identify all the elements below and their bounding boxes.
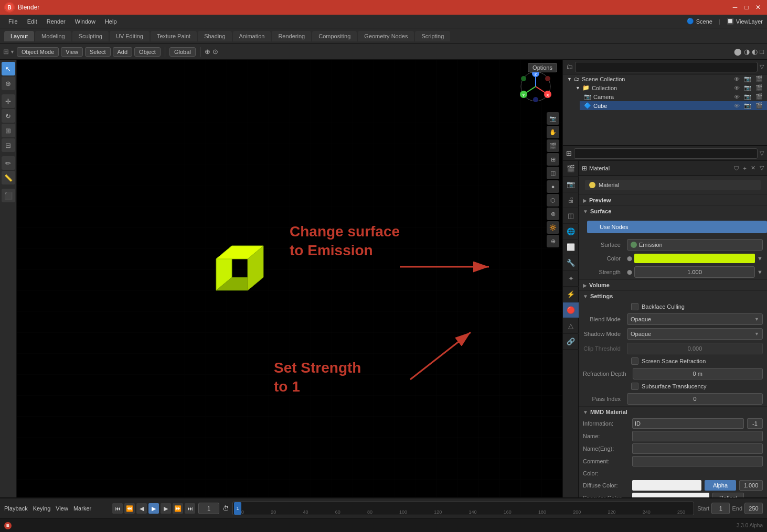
object-button[interactable]: Object bbox=[134, 47, 161, 57]
mmd-nameeng-field[interactable] bbox=[632, 443, 763, 454]
menu-edit[interactable]: Edit bbox=[23, 17, 41, 26]
add-cube-tool[interactable]: ⬛ bbox=[2, 189, 15, 202]
mat-new-icon[interactable]: + bbox=[743, 165, 747, 171]
render-hide-icon4[interactable]: 🎬 bbox=[755, 102, 763, 109]
strength-expand-icon[interactable]: ▼ bbox=[757, 269, 763, 275]
camera-hide-icon2[interactable]: 📷 bbox=[744, 84, 751, 91]
mmd-specular-color[interactable] bbox=[632, 493, 709, 497]
close-button[interactable]: ✕ bbox=[753, 3, 763, 12]
color-bar[interactable] bbox=[634, 254, 755, 263]
next-keyframe-button[interactable]: ⏩ bbox=[173, 503, 183, 514]
tab-scripting[interactable]: Scripting bbox=[415, 31, 450, 41]
mmd-section-header[interactable]: ▼ MMD Material bbox=[579, 406, 767, 417]
shadow-mode-dropdown[interactable]: Opaque ▼ bbox=[627, 328, 763, 340]
eye-icon2[interactable]: 👁 bbox=[734, 85, 740, 91]
maximize-button[interactable]: □ bbox=[742, 3, 751, 12]
render-tool[interactable]: 🎬 bbox=[547, 139, 559, 152]
eye-icon[interactable]: 👁 bbox=[734, 76, 740, 82]
overlay-tool[interactable]: ◫ bbox=[547, 167, 559, 179]
minimize-button[interactable]: ─ bbox=[730, 3, 740, 12]
scene-world-btn[interactable]: 🌐 bbox=[563, 224, 579, 240]
add-button[interactable]: Add bbox=[113, 47, 133, 57]
marker-label[interactable]: Marker bbox=[73, 505, 91, 512]
prop-filter-icon[interactable]: ▽ bbox=[760, 150, 764, 157]
output-prop-btn[interactable]: 🖨 bbox=[563, 192, 579, 208]
select-button[interactable]: Select bbox=[85, 47, 111, 57]
tab-animation[interactable]: Animation bbox=[233, 31, 271, 41]
menu-file[interactable]: File bbox=[4, 17, 22, 26]
obj-prop-btn[interactable]: ⬜ bbox=[563, 240, 579, 255]
xray-tool[interactable]: ⬡ bbox=[547, 194, 559, 207]
rotate-tool[interactable]: ↻ bbox=[2, 109, 15, 123]
extra-tool[interactable]: ⊕ bbox=[547, 235, 559, 247]
render-hide-icon[interactable]: 🎬 bbox=[755, 75, 763, 82]
tab-sculpting[interactable]: Sculpting bbox=[72, 31, 109, 41]
screen-refraction-checkbox[interactable] bbox=[631, 357, 638, 365]
camera-hide-icon[interactable]: 📷 bbox=[744, 75, 751, 82]
shading-wireframe-icon[interactable]: □ bbox=[760, 48, 764, 56]
global-dropdown[interactable]: Global bbox=[169, 47, 196, 57]
camera-hide-icon4[interactable]: 📷 bbox=[744, 102, 751, 109]
pass-index-field[interactable]: 0 bbox=[627, 393, 763, 405]
tab-texture-paint[interactable]: Texture Paint bbox=[151, 31, 197, 41]
settings-section-header[interactable]: ▼ Settings bbox=[579, 290, 767, 301]
view-button[interactable]: View bbox=[61, 47, 83, 57]
tab-modeling[interactable]: Modeling bbox=[35, 31, 71, 41]
prev-keyframe-button[interactable]: ⏪ bbox=[124, 503, 135, 514]
viewport-gizmo[interactable]: Z X Y bbox=[517, 68, 554, 105]
mmd-diffuse-color[interactable] bbox=[632, 480, 701, 491]
physics-prop-btn[interactable]: ⚡ bbox=[563, 287, 579, 302]
tab-shading[interactable]: Shading bbox=[198, 31, 231, 41]
timeline-view-label[interactable]: View bbox=[56, 505, 68, 512]
tab-uv-editing[interactable]: UV Editing bbox=[110, 31, 150, 41]
modifier-prop-btn[interactable]: 🔧 bbox=[563, 255, 579, 271]
timeline-scrubber[interactable]: 1 0 20 40 60 80 100 120 140 160 180 200 … bbox=[232, 502, 694, 515]
shading-material-icon[interactable]: ◑ bbox=[744, 48, 750, 56]
tab-layout[interactable]: Layout bbox=[4, 31, 34, 41]
current-frame-display[interactable]: 1 bbox=[198, 503, 219, 514]
mat-delete-icon[interactable]: ✕ bbox=[751, 165, 755, 171]
color-expand-icon[interactable]: ▼ bbox=[757, 255, 763, 262]
view-layer-prop-btn[interactable]: ◫ bbox=[563, 208, 579, 224]
mmd-comment-field[interactable] bbox=[632, 456, 763, 466]
options-button[interactable]: Options bbox=[528, 63, 557, 72]
blend-mode-dropdown[interactable]: Opaque ▼ bbox=[627, 313, 763, 325]
mat-shield-icon[interactable]: 🛡 bbox=[733, 165, 739, 171]
viewport[interactable]: Options bbox=[17, 60, 562, 497]
jump-start-button[interactable]: ⏮ bbox=[112, 503, 123, 514]
mmd-name-field[interactable] bbox=[632, 431, 763, 441]
material-preview-tool[interactable]: ● bbox=[547, 180, 559, 193]
transform-tool[interactable]: ⊟ bbox=[2, 138, 15, 152]
subsurface-checkbox[interactable] bbox=[631, 383, 638, 390]
surface-value-field[interactable]: Emission bbox=[627, 239, 763, 251]
strength-field[interactable]: 1.000 bbox=[634, 266, 755, 278]
material-prop-btn[interactable]: 🔴 bbox=[563, 302, 579, 318]
menu-render[interactable]: Render bbox=[42, 17, 70, 26]
shading-solid-icon[interactable]: ⬤ bbox=[734, 48, 742, 56]
play-button[interactable]: ▶ bbox=[148, 503, 159, 514]
menu-window[interactable]: Window bbox=[71, 17, 100, 26]
scale-tool[interactable]: ⊞ bbox=[2, 124, 15, 137]
jump-end-button[interactable]: ⏭ bbox=[185, 503, 195, 514]
mat-filter-icon[interactable]: ▽ bbox=[760, 165, 764, 171]
outliner-camera[interactable]: 📷 Camera 👁 📷 🎬 bbox=[580, 92, 767, 101]
select-tool[interactable]: ↖ bbox=[2, 62, 15, 75]
use-nodes-button[interactable]: Use Nodes bbox=[587, 221, 767, 233]
move-tool[interactable]: ✛ bbox=[2, 94, 15, 108]
annotate-tool[interactable]: ✏ bbox=[2, 156, 15, 170]
data-prop-btn[interactable]: △ bbox=[563, 318, 579, 334]
render-hide-icon3[interactable]: 🎬 bbox=[755, 93, 763, 100]
outliner-search[interactable] bbox=[575, 62, 758, 72]
constraint-prop-btn[interactable]: 🔗 bbox=[563, 334, 579, 350]
step-back-button[interactable]: ◀ bbox=[136, 503, 147, 514]
cursor-tool[interactable]: ⊕ bbox=[2, 77, 15, 90]
outliner-collection[interactable]: ▼ 📁 Collection 👁 📷 🎬 bbox=[571, 83, 767, 92]
volume-section-header[interactable]: ▶ Volume bbox=[579, 279, 767, 290]
shading-prop-tool[interactable]: 🔆 bbox=[547, 221, 559, 234]
keying-label[interactable]: Keying bbox=[33, 505, 51, 512]
shading-rendered-icon[interactable]: ◐ bbox=[752, 48, 758, 56]
tab-compositing[interactable]: Compositing bbox=[312, 31, 357, 41]
playback-label[interactable]: Playback bbox=[4, 505, 28, 512]
preview-section-header[interactable]: ▶ Preview bbox=[579, 194, 767, 205]
backface-culling-checkbox[interactable] bbox=[631, 303, 638, 310]
